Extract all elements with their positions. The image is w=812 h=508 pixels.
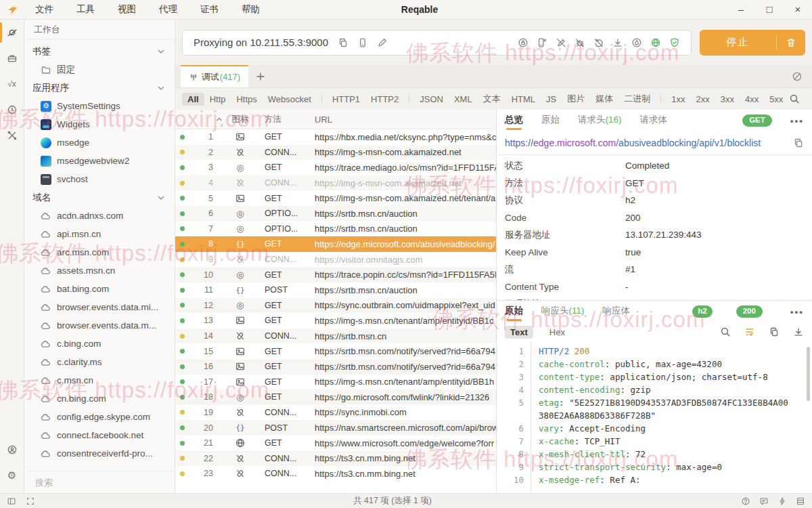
domain-item[interactable]: c.msn.cn: [24, 371, 175, 389]
filter-chip-二进制[interactable]: 二进制: [618, 91, 656, 106]
search-icon[interactable]: [789, 93, 805, 104]
table-row[interactable]: 10◎GEThttps://trace.popin.cc/cs/msn?id=1…: [175, 267, 496, 282]
security-icon[interactable]: [669, 37, 680, 48]
filter-chip-Websocket[interactable]: Websocket: [263, 93, 317, 106]
filter-chip-媒体[interactable]: 媒体: [590, 91, 618, 106]
rail-item-settings[interactable]: ⚙: [0, 463, 24, 488]
table-row[interactable]: 14CONN...https://srtb.msn.cn: [175, 329, 496, 344]
domain-item[interactable]: browser.events.data.m...: [24, 316, 175, 335]
domain-item[interactable]: cn.bing.com: [24, 389, 175, 408]
app-item-Widgets[interactable]: Widgets: [24, 115, 175, 133]
section-bookmarks[interactable]: 书签: [24, 42, 175, 60]
rail-item-toolbox[interactable]: [0, 45, 24, 71]
table-row[interactable]: 18◎GEThttps://go.microsoft.com/fwlink/?l…: [175, 389, 496, 405]
help-icon[interactable]: [741, 496, 750, 506]
download-icon[interactable]: [612, 37, 623, 48]
view-tab-Text[interactable]: Text: [505, 326, 533, 339]
table-row[interactable]: 2CONN...https://img-s-msn-com.akamaized.…: [175, 145, 496, 161]
table-row[interactable]: 8{}GEThttps://edge.microsoft.com/abusive…: [175, 236, 496, 252]
copy-url-icon[interactable]: [793, 137, 804, 148]
table-row[interactable]: 7◎OPTIO...https://srtb.msn.cn/auction: [175, 221, 496, 237]
maximize-button[interactable]: □: [755, 0, 784, 19]
filter-chip-文本[interactable]: 文本: [478, 91, 506, 106]
search-input[interactable]: [34, 477, 165, 488]
filter-chip-Https[interactable]: Https: [231, 93, 262, 106]
filter-chip-1xx[interactable]: 1xx: [666, 93, 690, 106]
rail-item-scripts[interactable]: √x: [0, 71, 24, 97]
domain-item[interactable]: arc.msn.com: [24, 243, 175, 261]
filter-chip-HTML[interactable]: HTML: [506, 93, 541, 106]
menu-item-文件[interactable]: 文件: [24, 0, 65, 19]
filter-chip-5xx[interactable]: 5xx: [764, 93, 788, 106]
response-body-view[interactable]: 1HTTP/2 2002cache-control: public, max-a…: [497, 341, 812, 494]
code-scrollbar[interactable]: [807, 347, 810, 401]
table-row[interactable]: 19CONN...https://sync.inmobi.com: [175, 405, 496, 421]
rail-item-tools[interactable]: [0, 123, 24, 148]
table-row[interactable]: 17GEThttps://img-s.msn.cn/tenant/amp/ent…: [175, 375, 496, 390]
domain-item[interactable]: api.msn.cn: [24, 225, 175, 243]
table-row[interactable]: 16GEThttps://srtb.msn.com/notify/served?…: [175, 359, 496, 375]
menu-item-帮助[interactable]: 帮助: [230, 0, 271, 19]
filter-chip-4xx[interactable]: 4xx: [740, 93, 764, 106]
filter-chip-HTTP2[interactable]: HTTP2: [365, 93, 404, 106]
table-row[interactable]: 22CONN...https://ts3.cn.mm.bing.net: [175, 450, 496, 466]
network-icon[interactable]: [650, 37, 661, 48]
domain-item[interactable]: assets.msn.cn: [24, 261, 175, 280]
more-options-icon[interactable]: •••: [790, 307, 804, 317]
bookmark-item-固定[interactable]: 固定: [24, 60, 175, 79]
rail-item-workspace[interactable]: [0, 20, 24, 45]
domain-item[interactable]: bat.bing.com: [24, 280, 175, 298]
domain-item[interactable]: connect.facebook.net: [24, 426, 175, 444]
rail-item-history[interactable]: [0, 97, 24, 123]
debug-off-icon[interactable]: [574, 37, 585, 48]
request-tab-请求头[interactable]: 请求头(16): [578, 110, 622, 131]
filter-chip-JSON[interactable]: JSON: [414, 93, 449, 106]
filter-chip-JS[interactable]: JS: [541, 93, 562, 106]
table-row[interactable]: 9CONN...https://visitor.omnitagjs.com: [175, 252, 496, 268]
filter-chip-图片[interactable]: 图片: [562, 91, 590, 106]
wrap-lines-icon[interactable]: [744, 326, 755, 337]
domain-item[interactable]: config.edge.skype.com: [24, 408, 175, 426]
table-row[interactable]: 20{}POSThttps://nav.smartscreen.microsof…: [175, 420, 496, 436]
add-tab-button[interactable]: [248, 65, 273, 87]
table-row[interactable]: 4CONN...https://img-s-msn-com.akamaized.…: [175, 175, 496, 191]
capture-off-icon[interactable]: [792, 65, 812, 87]
replay-off-icon[interactable]: [593, 37, 604, 48]
response-tab-响应头[interactable]: 响应头(11): [541, 301, 585, 322]
menu-item-代理[interactable]: 代理: [148, 0, 189, 19]
sidebar-toggle-icon[interactable]: [7, 496, 16, 506]
domain-item[interactable]: c.bing.com: [24, 335, 175, 353]
download-icon[interactable]: [793, 326, 804, 337]
icon-column-header[interactable]: 图标: [225, 114, 255, 125]
filter-chip-XML[interactable]: XML: [449, 93, 478, 106]
domain-item[interactable]: consentreceiverfd-pro...: [24, 444, 175, 463]
trash-icon[interactable]: [777, 37, 805, 48]
app-item-msedge[interactable]: msedge: [24, 133, 175, 152]
stop-button[interactable]: 停止: [700, 30, 805, 56]
feedback-icon[interactable]: [759, 496, 769, 506]
table-row[interactable]: 23CONN...https://ts3.cn.mm.bing.net: [175, 466, 496, 482]
app-item-SystemSettings[interactable]: ⚙SystemSettings: [24, 97, 175, 115]
menu-item-视图[interactable]: 视图: [106, 0, 148, 19]
filter-chip-HTTP1[interactable]: HTTP1: [327, 93, 365, 106]
filter-chip-3xx[interactable]: 3xx: [715, 93, 740, 106]
table-row[interactable]: 5GEThttps://img-s-msn-com.akamaized.net/…: [175, 190, 496, 206]
menu-item-工具[interactable]: 工具: [65, 0, 106, 19]
url-column-header[interactable]: URL: [302, 114, 496, 125]
pencil-icon[interactable]: [377, 37, 388, 48]
more-options-icon[interactable]: •••: [790, 116, 804, 126]
domain-item[interactable]: acdn.adnxs.com: [24, 207, 175, 225]
device-disconnect-icon[interactable]: [537, 37, 547, 48]
table-row[interactable]: 21GEThttps://www.microsoft.com/edge/welc…: [175, 436, 496, 451]
section-domains[interactable]: 域名: [24, 188, 175, 207]
filter-chip-All[interactable]: All: [182, 93, 204, 106]
minimize-button[interactable]: –: [727, 0, 755, 19]
rail-item-account[interactable]: [0, 437, 24, 463]
table-row[interactable]: 3◎GEThttps://trace.mediago.io/cs/msn?id=…: [175, 160, 496, 175]
app-item-msedgewebview2[interactable]: msedgewebview2: [24, 152, 175, 170]
section-apps[interactable]: 应用程序: [24, 79, 175, 97]
table-row[interactable]: 1GEThttps://hbx.media.net/cksync.php?typ…: [175, 129, 496, 145]
method-column-header[interactable]: 方法: [255, 114, 302, 125]
storage-icon[interactable]: [796, 496, 805, 506]
request-tab-请求体[interactable]: 请求体: [640, 110, 668, 131]
